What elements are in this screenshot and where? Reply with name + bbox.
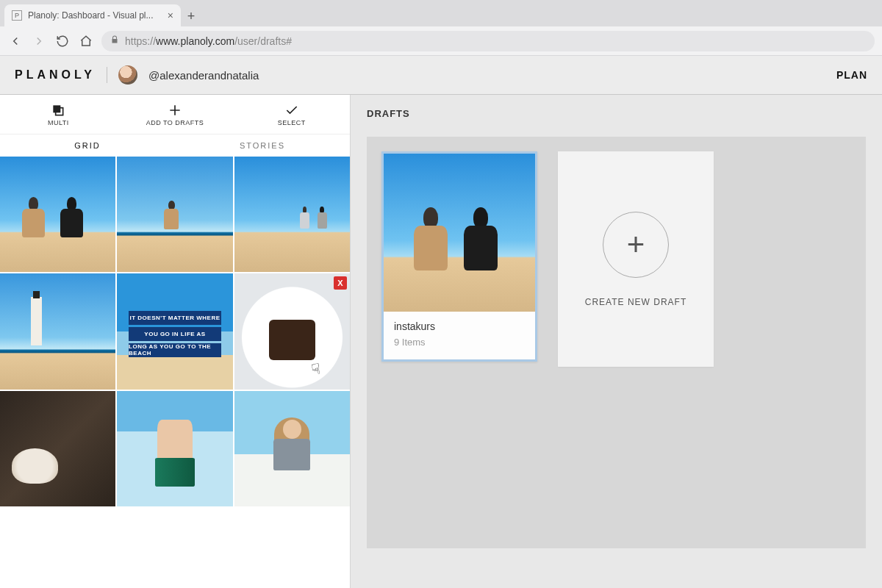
drafts-area: instakurs 9 Items + CREATE NEW DRAFT — [367, 137, 866, 548]
plus-icon — [168, 103, 182, 118]
quote-line: LONG AS YOU GO TO THE BEACH — [129, 343, 221, 357]
draft-card[interactable]: instakurs 9 Items — [381, 151, 537, 362]
avatar[interactable] — [118, 65, 137, 85]
address-bar[interactable]: https://www.planoly.com/user/drafts# — [101, 31, 875, 51]
multi-label: MULTI — [48, 119, 69, 126]
reload-button[interactable] — [54, 33, 71, 49]
select-button[interactable]: SELECT — [233, 95, 350, 134]
right-panel: DRAFTS instakurs 9 Items + CREATE NEW DR… — [351, 95, 882, 588]
tab-title: Planoly: Dashboard - Visual pl... — [28, 10, 162, 21]
view-tabs: GRID STORIES — [0, 135, 350, 157]
draft-meta: instakurs 9 Items — [384, 312, 535, 359]
quote-line: IT DOESN'T MATTER WHERE — [129, 311, 221, 325]
photo-grid: IT DOESN'T MATTER WHERE YOU GO IN LIFE A… — [0, 157, 350, 506]
multi-icon — [51, 103, 65, 118]
new-tab-button[interactable]: + — [181, 6, 201, 26]
username[interactable]: @alexanderandnatalia — [148, 69, 259, 82]
grid-photo[interactable] — [0, 391, 115, 506]
grid-photo[interactable]: X ☟ — [234, 273, 350, 389]
left-panel: MULTI ADD TO DRAFTS SELECT GRID STORIES — [0, 95, 351, 588]
tab-favicon: P — [12, 10, 22, 21]
browser-toolbar: https://www.planoly.com/user/drafts# — [0, 26, 882, 56]
nav-plan[interactable]: PLAN — [836, 69, 867, 81]
add-to-drafts-button[interactable]: ADD TO DRAFTS — [117, 95, 234, 134]
check-icon — [284, 103, 299, 118]
divider — [107, 67, 107, 83]
select-label: SELECT — [278, 119, 306, 126]
photo-grid-wrap: IT DOESN'T MATTER WHERE YOU GO IN LIFE A… — [0, 157, 350, 588]
tab-stories[interactable]: STORIES — [175, 135, 350, 157]
forward-button[interactable] — [31, 33, 47, 49]
grid-photo[interactable] — [117, 391, 232, 506]
browser-tab-strip: P Planoly: Dashboard - Visual pl... × + — [0, 0, 882, 26]
create-new-draft-button[interactable]: + CREATE NEW DRAFT — [558, 151, 714, 367]
drafts-title: DRAFTS — [367, 108, 866, 119]
url-prefix: https:// — [125, 35, 156, 47]
url-host: www.planoly.com — [156, 35, 234, 47]
browser-tab[interactable]: P Planoly: Dashboard - Visual pl... × — [4, 4, 181, 26]
home-button[interactable] — [78, 33, 94, 49]
back-button[interactable] — [7, 33, 24, 49]
lock-icon — [110, 35, 119, 46]
url-path: /user/drafts# — [234, 35, 292, 47]
close-icon[interactable]: × — [168, 10, 173, 21]
draft-thumbnail — [384, 154, 535, 312]
app-header: PLANOLY @alexanderandnatalia PLAN — [0, 56, 882, 95]
plus-circle-icon: + — [603, 212, 669, 278]
svg-rect-0 — [54, 105, 61, 112]
grid-photo[interactable] — [0, 157, 115, 272]
delete-badge[interactable]: X — [334, 276, 347, 290]
grid-photo[interactable] — [117, 157, 232, 272]
grid-photo[interactable] — [0, 273, 115, 389]
main-layout: MULTI ADD TO DRAFTS SELECT GRID STORIES — [0, 95, 882, 588]
grid-photo[interactable]: IT DOESN'T MATTER WHERE YOU GO IN LIFE A… — [117, 273, 232, 389]
add-label: ADD TO DRAFTS — [146, 119, 204, 126]
draft-name: instakurs — [394, 320, 525, 332]
multi-button[interactable]: MULTI — [0, 95, 117, 134]
logo[interactable]: PLANOLY — [15, 68, 96, 82]
create-new-draft-label: CREATE NEW DRAFT — [585, 297, 686, 307]
grid-photo[interactable] — [234, 157, 350, 272]
tab-grid[interactable]: GRID — [0, 135, 175, 157]
grid-photo[interactable] — [234, 391, 350, 506]
quote-line: YOU GO IN LIFE AS — [129, 327, 221, 341]
action-row: MULTI ADD TO DRAFTS SELECT — [0, 95, 350, 135]
draft-count: 9 Items — [394, 337, 525, 348]
